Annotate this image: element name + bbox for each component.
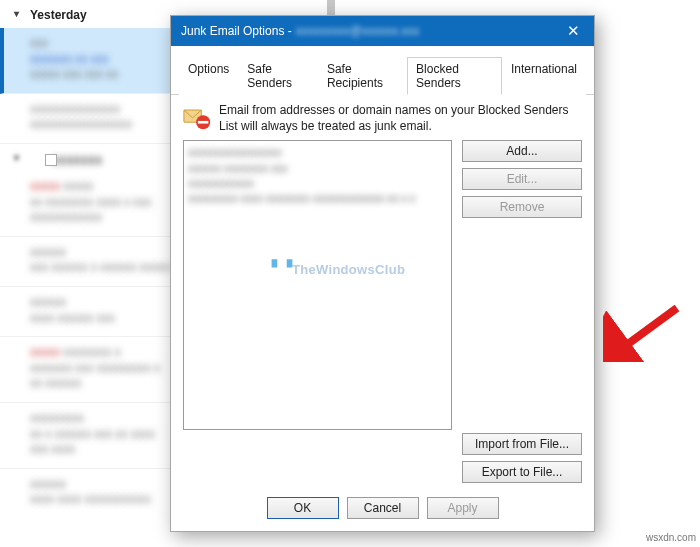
dialog-title: Junk Email Options - xyxy=(181,24,292,38)
mail-item-sender: xxxxx xyxy=(30,345,60,359)
close-icon: ✕ xyxy=(567,22,580,40)
close-button[interactable]: ✕ xyxy=(552,16,594,46)
import-from-file-button[interactable]: Import from File... xyxy=(462,433,582,455)
dialog-body: Email from addresses or domain names on … xyxy=(171,95,594,489)
tab-options[interactable]: Options xyxy=(179,57,238,95)
remove-button[interactable]: Remove xyxy=(462,196,582,218)
tab-safe-recipients[interactable]: Safe Recipients xyxy=(318,57,407,95)
dialog-footer: OK Cancel Apply xyxy=(171,489,594,531)
dialog-titlebar[interactable]: Junk Email Options - xxxxxxxxx@xxxxxx.xx… xyxy=(171,16,594,46)
list-item[interactable]: xxxxxxxxx xxxx xxxxxxxx xxxxxxxxxxxxx xx… xyxy=(188,191,447,206)
add-button[interactable]: Add... xyxy=(462,140,582,162)
dialog-title-account: xxxxxxxxx@xxxxxx.xxx xyxy=(296,24,420,38)
blocked-senders-list[interactable]: xxxxxxxxxxxxxxxxx xxxxxx xxxxxxxx xxx xx… xyxy=(183,140,452,430)
source-watermark: wsxdn.com xyxy=(646,532,696,543)
blocked-sender-icon xyxy=(183,103,211,131)
edit-button[interactable]: Edit... xyxy=(462,168,582,190)
tab-blocked-senders[interactable]: Blocked Senders xyxy=(407,57,502,95)
cancel-button[interactable]: Cancel xyxy=(347,497,419,519)
mail-item-sender: xxxxx xyxy=(30,179,60,193)
list-item[interactable]: xxxxxx xxxxxxxx xxx xyxy=(188,161,447,176)
svg-rect-2 xyxy=(198,121,209,124)
apply-button[interactable]: Apply xyxy=(427,497,499,519)
tab-description: Email from addresses or domain names on … xyxy=(219,103,582,134)
export-to-file-button[interactable]: Export to File... xyxy=(462,461,582,483)
list-item[interactable]: xxxxxxxxxxxx xyxy=(188,176,447,191)
junk-email-options-dialog: Junk Email Options - xxxxxxxxx@xxxxxx.xx… xyxy=(170,15,595,532)
checkbox-icon[interactable] xyxy=(45,154,57,166)
ok-button[interactable]: OK xyxy=(267,497,339,519)
tab-safe-senders[interactable]: Safe Senders xyxy=(238,57,318,95)
dialog-tabs: Options Safe Senders Safe Recipients Blo… xyxy=(171,46,594,95)
list-action-buttons: Add... Edit... Remove Import from File..… xyxy=(462,140,582,483)
list-item[interactable]: xxxxxxxxxxxxxxxxx xyxy=(188,145,447,160)
tab-international[interactable]: International xyxy=(502,57,586,95)
